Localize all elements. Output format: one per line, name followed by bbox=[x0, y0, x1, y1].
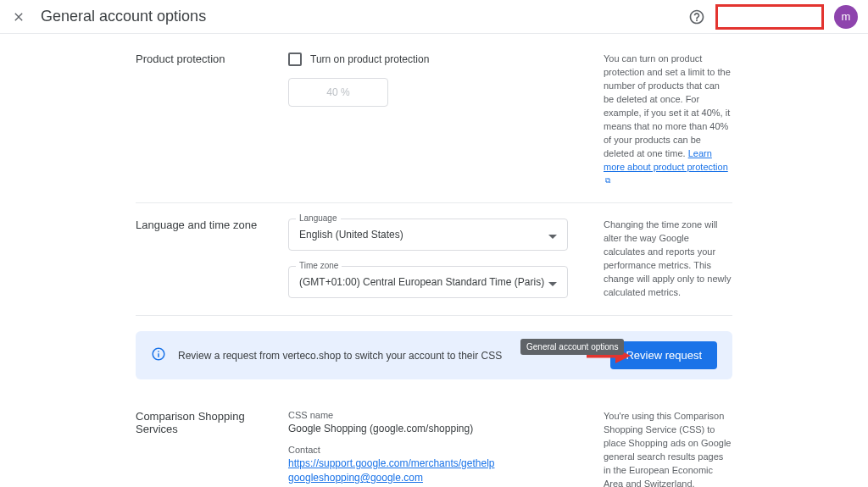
css-name-value: Google Shopping (google.com/shopping) bbox=[288, 423, 587, 434]
page-header: General account options m bbox=[0, 0, 868, 34]
contact-email-link[interactable]: googleshopping@google.com bbox=[288, 472, 587, 484]
section-language-timezone: Language and time zone Language English … bbox=[136, 203, 732, 316]
avatar[interactable]: m bbox=[834, 5, 858, 29]
review-request-banner: Review a request from verteco.shop to sw… bbox=[136, 331, 732, 379]
side-text: Changing the time zone will alter the wa… bbox=[604, 219, 731, 297]
section-main: Turn on product protection 40 % bbox=[288, 53, 604, 187]
section-side: You can turn on product protection and s… bbox=[604, 53, 732, 187]
tooltip: General account options bbox=[520, 339, 624, 355]
external-link-icon: ⧉ bbox=[605, 175, 610, 186]
highlight-box bbox=[715, 4, 824, 30]
content: Product protection Turn on product prote… bbox=[0, 34, 868, 487]
checkbox-icon bbox=[288, 53, 302, 66]
section-label: Product protection bbox=[136, 53, 288, 187]
header-actions: m bbox=[688, 4, 858, 30]
section-product-protection: Product protection Turn on product prote… bbox=[136, 34, 732, 203]
page-title: General account options bbox=[41, 8, 688, 25]
field-label: Time zone bbox=[296, 261, 342, 270]
field-label: Language bbox=[296, 213, 341, 223]
timezone-select[interactable]: Time zone (GMT+01:00) Central European S… bbox=[288, 266, 568, 298]
field-value: (GMT+01:00) Central European Standard Ti… bbox=[299, 276, 548, 288]
css-name-heading: CSS name bbox=[288, 410, 587, 420]
contact-heading: Contact bbox=[288, 445, 587, 455]
section-css: Comparison Shopping Services CSS name Go… bbox=[136, 395, 732, 487]
help-icon[interactable] bbox=[688, 8, 705, 25]
info-icon bbox=[151, 346, 166, 364]
section-main: CSS name Google Shopping (google.com/sho… bbox=[288, 410, 604, 487]
field-value: English (United States) bbox=[299, 229, 548, 241]
section-label: Comparison Shopping Services bbox=[136, 410, 288, 487]
section-label: Language and time zone bbox=[136, 219, 288, 300]
side-text: You can turn on product protection and s… bbox=[604, 53, 731, 158]
chevron-down-icon bbox=[548, 276, 557, 289]
close-icon[interactable] bbox=[10, 8, 27, 25]
section-side: Changing the time zone will alter the wa… bbox=[604, 219, 732, 300]
contact-url-link[interactable]: https://support.google.com/merchants/get… bbox=[288, 457, 587, 469]
chevron-down-icon bbox=[548, 229, 557, 241]
side-text: You're using this Comparison Shopping Se… bbox=[604, 411, 731, 487]
section-main: Language English (United States) Time zo… bbox=[288, 219, 604, 300]
product-protection-checkbox[interactable]: Turn on product protection bbox=[288, 53, 587, 66]
checkbox-label: Turn on product protection bbox=[310, 53, 429, 65]
section-side: You're using this Comparison Shopping Se… bbox=[604, 410, 732, 487]
language-select[interactable]: Language English (United States) bbox=[288, 219, 568, 251]
percent-input[interactable]: 40 % bbox=[288, 78, 388, 107]
review-request-button[interactable]: Review request bbox=[610, 341, 717, 369]
